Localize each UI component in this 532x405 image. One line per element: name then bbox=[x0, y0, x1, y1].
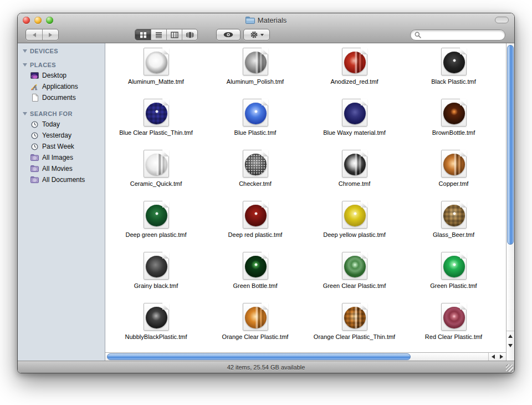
file-label[interactable]: Ceramic_Quick.tmf bbox=[130, 180, 182, 188]
forward-button[interactable] bbox=[42, 29, 58, 40]
sidebar-item-past-week[interactable]: Past Week bbox=[18, 141, 105, 152]
file-label[interactable]: BrownBottle.tmf bbox=[432, 129, 475, 136]
file-item-brownbottle-tmf[interactable]: BrownBottle.tmf bbox=[404, 99, 503, 150]
file-icon[interactable] bbox=[441, 303, 467, 331]
file-label[interactable]: Black Plastic.tmf bbox=[431, 78, 476, 85]
file-icon[interactable] bbox=[144, 99, 169, 126]
file-icon[interactable] bbox=[144, 252, 169, 280]
file-item-green-clear-plastic-tmf[interactable]: Green Clear Plastic.tmf bbox=[305, 252, 404, 303]
horizontal-scrollbar-thumb[interactable] bbox=[107, 353, 411, 360]
file-label[interactable]: Red Clear Plastic.tmf bbox=[425, 333, 482, 341]
scroll-right-button[interactable] bbox=[498, 353, 507, 361]
file-item-deep-green-plastic-tmf[interactable]: Deep green plastic.tmf bbox=[106, 201, 206, 252]
file-label[interactable]: Copper.tmf bbox=[439, 180, 469, 188]
file-item-grainy-black-tmf[interactable]: Grainy black.tmf bbox=[106, 252, 206, 303]
file-icon[interactable] bbox=[243, 201, 268, 229]
search-field[interactable] bbox=[410, 29, 505, 40]
file-label[interactable]: Green Clear Plastic.tmf bbox=[323, 282, 386, 290]
file-icon[interactable] bbox=[441, 252, 467, 280]
scroll-up-button[interactable] bbox=[507, 331, 514, 341]
vertical-scrollbar-thumb[interactable] bbox=[507, 45, 514, 245]
file-item-red-clear-plastic-tmf[interactable]: Red Clear Plastic.tmf bbox=[404, 303, 503, 352]
file-item-blue-waxy-material-tmf[interactable]: Blue Waxy material.tmf bbox=[305, 99, 404, 150]
sidebar-item-desktop[interactable]: Desktop bbox=[18, 70, 105, 81]
file-label[interactable]: Glass_Beer.tmf bbox=[433, 231, 474, 239]
file-icon[interactable] bbox=[441, 48, 467, 75]
sidebar-item-documents[interactable]: Documents bbox=[18, 92, 105, 103]
file-label[interactable]: Checker.tmf bbox=[239, 180, 272, 188]
quicklook-button[interactable] bbox=[216, 29, 241, 40]
file-label[interactable]: Deep yellow plastic.tmf bbox=[323, 231, 386, 239]
disclosure-triangle-icon[interactable] bbox=[23, 112, 27, 115]
file-item-black-plastic-tmf[interactable]: Black Plastic.tmf bbox=[404, 48, 503, 99]
file-icon[interactable] bbox=[342, 252, 367, 280]
file-item-green-plastic-tmf[interactable]: Green Plastic.tmf bbox=[404, 252, 503, 303]
sidebar-item-all-documents[interactable]: All Documents bbox=[18, 174, 105, 185]
file-item-chrome-tmf[interactable]: Chrome.tmf bbox=[305, 150, 404, 201]
file-icon[interactable] bbox=[441, 150, 467, 178]
file-label[interactable]: Grainy black.tmf bbox=[134, 282, 178, 290]
file-item-deep-yellow-plastic-tmf[interactable]: Deep yellow plastic.tmf bbox=[305, 201, 404, 252]
file-item-blue-clear-plastic-thin-tmf[interactable]: Blue Clear Plastic_Thin.tmf bbox=[106, 99, 206, 150]
horizontal-scrollbar[interactable] bbox=[105, 352, 506, 361]
scroll-down-button[interactable] bbox=[507, 341, 514, 351]
file-label[interactable]: Orange Clear Plastic.tmf bbox=[222, 333, 289, 341]
coverflow-view-button[interactable] bbox=[182, 29, 197, 40]
file-label[interactable]: Deep green plastic.tmf bbox=[125, 231, 186, 239]
file-icon[interactable] bbox=[441, 201, 467, 229]
file-item-anodized-red-tmf[interactable]: Anodized_red.tmf bbox=[305, 48, 404, 99]
file-item-ceramic-quick-tmf[interactable]: Ceramic_Quick.tmf bbox=[106, 150, 206, 201]
file-icon[interactable] bbox=[243, 252, 268, 280]
file-icon[interactable] bbox=[342, 99, 367, 126]
list-view-button[interactable] bbox=[151, 29, 166, 40]
sidebar-item-all-images[interactable]: All Images bbox=[18, 152, 105, 163]
file-icon[interactable] bbox=[243, 303, 268, 331]
search-input[interactable] bbox=[423, 31, 501, 39]
back-button[interactable] bbox=[26, 29, 42, 40]
file-item-deep-red-plastic-tmf[interactable]: Deep red plastic.tmf bbox=[206, 201, 305, 252]
file-icon[interactable] bbox=[342, 48, 367, 75]
file-item-checker-tmf[interactable]: Checker.tmf bbox=[206, 150, 305, 201]
file-icon[interactable] bbox=[243, 150, 268, 178]
disclosure-triangle-icon[interactable] bbox=[23, 49, 27, 53]
action-menu-button[interactable] bbox=[243, 29, 270, 40]
file-label[interactable]: Green Bottle.tmf bbox=[233, 282, 277, 290]
file-label[interactable]: NubblyBlackPlastic.tmf bbox=[125, 333, 187, 341]
toolbar-toggle-button[interactable] bbox=[495, 17, 509, 23]
file-icon[interactable] bbox=[441, 99, 467, 126]
sidebar-item-applications[interactable]: AApplications bbox=[18, 81, 105, 92]
file-item-nubblyblackplastic-tmf[interactable]: NubblyBlackPlastic.tmf bbox=[106, 303, 206, 352]
file-item-aluminum-polish-tmf[interactable]: Aluminum_Polish.tmf bbox=[206, 48, 305, 99]
close-button[interactable] bbox=[23, 17, 30, 24]
file-item-copper-tmf[interactable]: Copper.tmf bbox=[404, 150, 503, 201]
title-bar[interactable]: Materials bbox=[18, 13, 514, 27]
file-icon[interactable] bbox=[243, 48, 268, 75]
scroll-left-button[interactable] bbox=[489, 353, 498, 361]
sidebar-item-all-movies[interactable]: All Movies bbox=[18, 163, 105, 174]
file-label[interactable]: Blue Clear Plastic_Thin.tmf bbox=[119, 129, 193, 136]
file-icon[interactable] bbox=[144, 48, 169, 75]
file-label[interactable]: Blue Plastic.tmf bbox=[234, 129, 277, 136]
file-label[interactable]: Blue Waxy material.tmf bbox=[323, 129, 386, 136]
file-label[interactable]: Anodized_red.tmf bbox=[330, 78, 378, 85]
icon-view-button[interactable] bbox=[135, 29, 151, 40]
file-item-blue-plastic-tmf[interactable]: Blue Plastic.tmf bbox=[206, 99, 305, 150]
file-item-orange-clear-plastic-tmf[interactable]: Orange Clear Plastic.tmf bbox=[206, 303, 305, 352]
file-item-glass-beer-tmf[interactable]: Glass_Beer.tmf bbox=[404, 201, 503, 252]
column-view-button[interactable] bbox=[166, 29, 182, 40]
file-icon[interactable] bbox=[144, 303, 169, 331]
vertical-scrollbar[interactable] bbox=[506, 43, 514, 361]
file-icon[interactable] bbox=[342, 150, 367, 178]
file-icon[interactable] bbox=[144, 201, 169, 229]
file-label[interactable]: Aluminum_Polish.tmf bbox=[227, 78, 284, 85]
resize-grip[interactable] bbox=[506, 364, 513, 372]
file-icon[interactable] bbox=[144, 150, 169, 178]
file-icon[interactable] bbox=[243, 99, 268, 126]
file-label[interactable]: Orange Clear Plastic_Thin.tmf bbox=[314, 333, 395, 341]
disclosure-triangle-icon[interactable] bbox=[23, 63, 27, 67]
file-icon[interactable] bbox=[342, 201, 367, 229]
file-label[interactable]: Chrome.tmf bbox=[339, 180, 370, 188]
file-item-green-bottle-tmf[interactable]: Green Bottle.tmf bbox=[206, 252, 305, 303]
file-item-aluminum-matte-tmf[interactable]: Aluminum_Matte.tmf bbox=[106, 48, 206, 99]
file-label[interactable]: Aluminum_Matte.tmf bbox=[128, 78, 184, 85]
